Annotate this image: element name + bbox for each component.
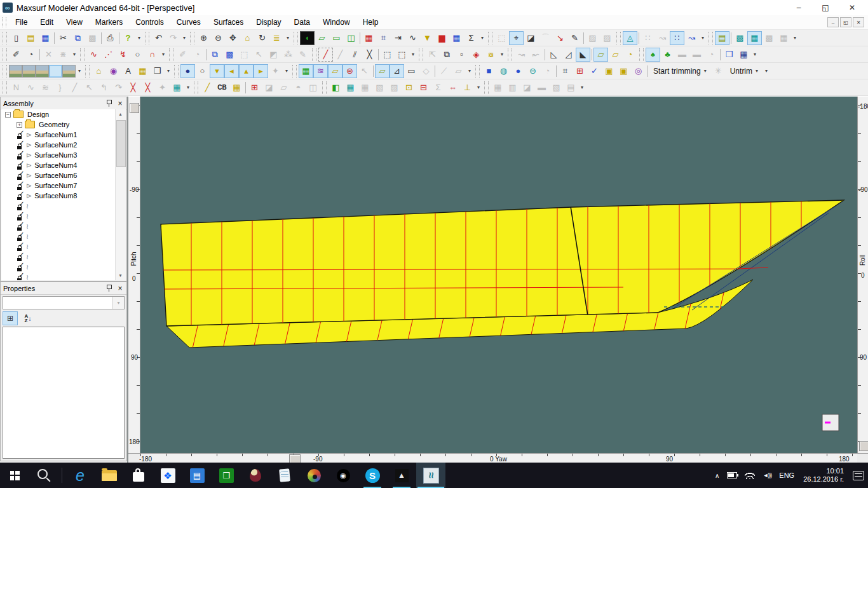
edge-browser-icon[interactable]: e <box>65 463 95 488</box>
font-icon[interactable]: A <box>121 64 135 78</box>
grid-assign-icon[interactable]: ▦ <box>343 81 358 95</box>
copy-objects-icon[interactable]: ⧉ <box>208 48 222 62</box>
markers-curve-icon[interactable]: ∿ <box>405 31 420 45</box>
knife-icon[interactable]: ✐ <box>9 48 24 62</box>
trim2-icon[interactable]: ◔ <box>190 48 205 62</box>
toolbar-grip[interactable] <box>80 48 85 61</box>
sum-icon[interactable]: Σ <box>431 81 445 95</box>
unlock-surface-icon[interactable]: ▣ <box>616 64 631 78</box>
visibility-lock-icon[interactable] <box>17 130 25 139</box>
tree-item-curve[interactable]: ≀ <box>1 252 126 262</box>
toolbar-overflow-icon[interactable]: ▾ <box>478 31 486 45</box>
toolbar-overflow-icon[interactable]: ▾ <box>763 64 770 78</box>
markers-xx-icon[interactable]: ∷ <box>670 31 684 45</box>
lasso-select-icon[interactable]: ⬚ <box>494 31 509 45</box>
animation-icon[interactable]: ▦ <box>736 48 751 62</box>
render-quality-4[interactable] <box>49 65 62 78</box>
pin-icon[interactable] <box>105 99 112 107</box>
home-view-icon[interactable]: ⌂ <box>240 31 255 45</box>
paste-objects-icon[interactable]: ▩ <box>222 48 237 62</box>
copy-icon[interactable]: ⧉ <box>71 31 85 45</box>
background-icon[interactable]: ⌂ <box>92 64 106 78</box>
visibility-lock-icon[interactable] <box>17 212 25 220</box>
toolbar-overflow-icon[interactable]: ▾ <box>751 48 759 62</box>
pan-icon[interactable]: ✥ <box>226 31 240 45</box>
new-file-icon[interactable]: ▯ <box>9 31 24 45</box>
line-icon[interactable]: ╱ <box>333 48 348 62</box>
verify-icon[interactable]: ✓ <box>587 64 602 78</box>
profile-view-icon[interactable]: ▭ <box>329 31 344 45</box>
combo-dropdown-icon[interactable]: ▾ <box>112 297 124 309</box>
start-trimming-button[interactable]: Start trimming▾ <box>649 64 711 78</box>
surface-curvature-icon[interactable]: ≋ <box>313 64 328 78</box>
toolbar-overflow-icon[interactable]: ▾ <box>283 64 290 78</box>
toolbar-grip[interactable] <box>174 65 179 78</box>
split-icon[interactable]: ⋇ <box>56 48 71 62</box>
grid-show-icon[interactable]: ▦ <box>747 31 762 45</box>
knife-double-icon[interactable]: ⫽ <box>348 48 362 62</box>
light-up-icon[interactable]: ▴ <box>239 64 254 78</box>
pitch-scroll-thumb[interactable] <box>130 103 139 113</box>
shade-surface-icon[interactable]: ◪ <box>524 31 538 45</box>
menu-display[interactable]: Display <box>250 18 287 27</box>
node-group-icon[interactable]: ⁂ <box>281 48 295 62</box>
markers-pair-icon[interactable]: ∷ <box>641 31 655 45</box>
toolbar-overflow-icon[interactable]: ▾ <box>409 48 417 62</box>
environment-icon[interactable]: ❒ <box>722 48 736 62</box>
scroll-down-icon[interactable]: ▾ <box>116 271 125 280</box>
volume-icon[interactable]: ◄))) <box>759 463 775 488</box>
grid-half-icon[interactable]: ▤ <box>715 31 729 45</box>
cut-plane-icon[interactable]: ⟋ <box>437 64 451 78</box>
window-properties-icon[interactable]: ❒ <box>150 64 165 78</box>
add-surface-icon[interactable]: ⌗ <box>558 64 573 78</box>
file-explorer-icon[interactable] <box>95 463 124 488</box>
surface-shaded-icon[interactable]: ▱ <box>328 64 342 78</box>
hatch-red-icon[interactable]: ▨ <box>600 31 614 45</box>
visibility-lock-icon[interactable] <box>17 201 25 210</box>
solid-cylinder-icon[interactable]: ◍ <box>496 64 511 78</box>
tree-item-curve[interactable]: ≀ <box>1 272 126 280</box>
maxsurf-taskbar-icon[interactable]: ≈ <box>416 463 445 488</box>
spline-icon[interactable]: ∿ <box>86 48 101 62</box>
fit-curve-icon[interactable]: ↝ <box>684 31 699 45</box>
rotate-view-icon[interactable]: ↻ <box>255 31 269 45</box>
expand-icon[interactable]: + <box>17 122 22 128</box>
visibility-lock-icon[interactable] <box>17 171 25 180</box>
frame-grid-icon[interactable]: ⊞ <box>247 81 262 95</box>
body-plan-view-icon[interactable]: ◫ <box>344 31 358 45</box>
categorized-view-button[interactable]: ⊞ <box>3 311 18 325</box>
grid-edit-icon[interactable]: ▦ <box>229 81 244 95</box>
plane-2-icon[interactable]: ▱ <box>276 81 291 95</box>
control-points-icon[interactable]: ⋰ <box>101 48 116 62</box>
curve-n-icon[interactable]: N <box>9 81 24 95</box>
knife-b-icon[interactable]: ╳ <box>140 81 155 95</box>
cut-icon[interactable]: ✂ <box>56 31 71 45</box>
toolbar-grip[interactable] <box>488 32 492 44</box>
curve-s-icon[interactable]: ≋ <box>38 81 53 95</box>
toolbar-grip[interactable] <box>508 48 512 61</box>
close-button[interactable]: ✕ <box>839 0 865 15</box>
open-file-icon[interactable]: ▤ <box>24 31 38 45</box>
wifi-icon[interactable] <box>741 463 759 488</box>
toolbar-grip[interactable] <box>419 48 423 61</box>
delete-surface-icon[interactable]: ⊞ <box>573 64 587 78</box>
battery-icon[interactable] <box>723 463 741 488</box>
news-app-icon[interactable]: ▤ <box>182 463 212 488</box>
pen-icon[interactable]: ✐ <box>175 48 190 62</box>
fair-curve-icon[interactable]: ↝ <box>655 31 670 45</box>
toolbar-overflow-icon[interactable]: ▾ <box>165 64 172 78</box>
multi-edit-icon[interactable]: ✎ <box>567 31 582 45</box>
menu-curves[interactable]: Curves <box>170 18 207 27</box>
visibility-lock-icon[interactable] <box>17 232 25 241</box>
grid-labels-off-icon[interactable]: ▩ <box>762 31 776 45</box>
toolbar-overflow-icon[interactable]: ▾ <box>498 48 506 62</box>
plane-1-icon[interactable]: ◪ <box>262 81 276 95</box>
mirror-icon[interactable]: ◣ <box>576 48 590 62</box>
remove-trim-icon[interactable]: ✕ <box>41 48 56 62</box>
toolbar-overflow-icon[interactable]: ▾ <box>578 81 586 95</box>
ruler-icon[interactable]: ╱ <box>200 81 215 95</box>
toolbar-overflow-icon[interactable]: ▾ <box>76 64 83 78</box>
tree-item-design[interactable]: −Design <box>1 109 126 119</box>
weights-table-icon[interactable]: ▦ <box>491 81 505 95</box>
toolbar-grip[interactable] <box>639 48 644 61</box>
